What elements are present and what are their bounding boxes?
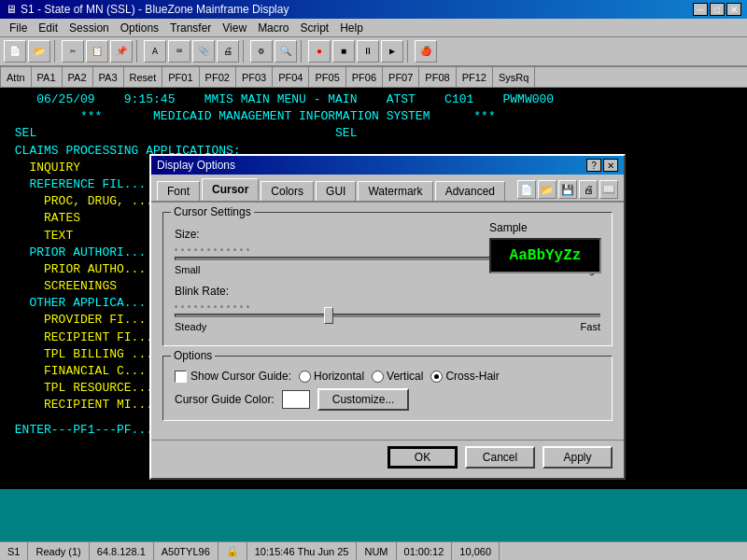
dot9 <box>227 248 230 251</box>
blink-slider-container: Steady Fast <box>175 303 600 332</box>
tab-font[interactable]: Font <box>157 181 200 201</box>
tab-bar: Font Cursor Colors GUI Watermark Advance… <box>151 175 624 203</box>
blink-max-label: Fast <box>581 321 600 332</box>
bdot12 <box>247 305 249 308</box>
bdot3 <box>188 305 190 308</box>
bdot2 <box>181 305 184 308</box>
blink-min-label: Steady <box>175 321 206 332</box>
dot3 <box>188 248 190 251</box>
bdot10 <box>233 305 236 308</box>
dot6 <box>207 248 210 251</box>
blink-label: Blink Rate: <box>175 285 229 298</box>
radio-horizontal[interactable] <box>299 371 311 383</box>
bdot1 <box>175 305 177 308</box>
tab-icon-book[interactable]: 📖 <box>599 180 618 199</box>
dot5 <box>201 248 204 251</box>
dialog-title-text: Display Options <box>157 159 235 172</box>
dot4 <box>194 248 197 251</box>
options-row-1: Show Cursor Guide: Horizontal Vertical C… <box>175 370 600 383</box>
dot1 <box>175 248 177 251</box>
bdot7 <box>214 305 217 308</box>
color-row: Cursor Guide Color: Customize... <box>175 388 600 411</box>
sample-box: Sample AaBbYyZz <box>489 221 601 273</box>
bdot6 <box>207 305 210 308</box>
blink-dots <box>175 303 600 310</box>
blink-slider-track[interactable] <box>175 314 600 317</box>
dot10 <box>233 248 236 251</box>
dialog-content: Cursor Settings Size: <box>151 203 624 440</box>
bdot5 <box>201 305 204 308</box>
dialog-close-button[interactable]: ✕ <box>603 159 618 172</box>
tab-colors[interactable]: Colors <box>261 181 314 201</box>
size-min-label: Small <box>175 264 201 275</box>
tab-icon-4[interactable]: 🖨 <box>579 180 598 199</box>
tab-cursor[interactable]: Cursor <box>202 178 259 201</box>
radio-horizontal-label[interactable]: Horizontal <box>299 370 364 383</box>
ok-button[interactable]: OK <box>388 446 458 469</box>
bdot9 <box>227 305 230 308</box>
tab-icon-1[interactable]: 📄 <box>517 180 536 199</box>
radio-horizontal-text: Horizontal <box>314 370 364 383</box>
radio-vertical-label[interactable]: Vertical <box>372 370 423 383</box>
blink-row: Blink Rate: <box>175 285 600 332</box>
display-options-dialog: Display Options ? ✕ Font Cursor Colors G… <box>149 154 626 480</box>
customize-button[interactable]: Customize... <box>317 388 410 411</box>
dot2 <box>181 248 184 251</box>
cursor-settings-label: Cursor Settings <box>171 205 254 218</box>
size-label: Size: <box>175 228 200 241</box>
tab-advanced[interactable]: Advanced <box>435 181 505 201</box>
dot8 <box>220 248 223 251</box>
dot7 <box>214 248 217 251</box>
radio-crosshair[interactable] <box>430 371 443 383</box>
dialog-help-button[interactable]: ? <box>586 159 601 172</box>
dialog-title-bar: Display Options ? ✕ <box>151 156 624 175</box>
cursor-guide-color-swatch[interactable] <box>282 390 310 409</box>
cursor-guide-color-label: Cursor Guide Color: <box>175 393 275 406</box>
sample-display: AaBbYyZz <box>489 238 601 273</box>
radio-crosshair-text: Cross-Hair <box>445 370 499 383</box>
dot11 <box>240 248 243 251</box>
sample-label: Sample <box>489 221 601 234</box>
show-cursor-guide-text: Show Cursor Guide: <box>190 370 291 383</box>
tab-icon-3[interactable]: 💾 <box>558 180 577 199</box>
bdot11 <box>240 305 243 308</box>
tab-icons: 📄 📂 💾 🖨 📖 <box>517 180 618 201</box>
blink-slider-thumb[interactable] <box>324 307 333 324</box>
bdot4 <box>194 305 197 308</box>
bdot8 <box>220 305 223 308</box>
dialog-overlay: Display Options ? ✕ Font Cursor Colors G… <box>0 0 747 560</box>
blink-slider-labels: Steady Fast <box>175 321 600 332</box>
tab-icon-2[interactable]: 📂 <box>538 180 557 199</box>
radio-crosshair-label[interactable]: Cross-Hair <box>430 370 499 383</box>
dialog-buttons: OK Cancel Apply <box>151 440 624 478</box>
tab-gui[interactable]: GUI <box>316 181 356 201</box>
options-group: Options Show Cursor Guide: Horizontal Ve… <box>162 356 613 421</box>
dot12 <box>247 248 249 251</box>
radio-vertical[interactable] <box>372 371 384 383</box>
dialog-title-buttons: ? ✕ <box>586 159 618 172</box>
options-group-label: Options <box>171 349 215 362</box>
show-cursor-guide-checkbox[interactable] <box>175 371 187 383</box>
cancel-button[interactable]: Cancel <box>465 446 535 469</box>
tab-watermark[interactable]: Watermark <box>358 181 432 201</box>
show-cursor-guide-label[interactable]: Show Cursor Guide: <box>175 370 291 383</box>
apply-button[interactable]: Apply <box>543 446 613 469</box>
radio-vertical-text: Vertical <box>387 370 423 383</box>
